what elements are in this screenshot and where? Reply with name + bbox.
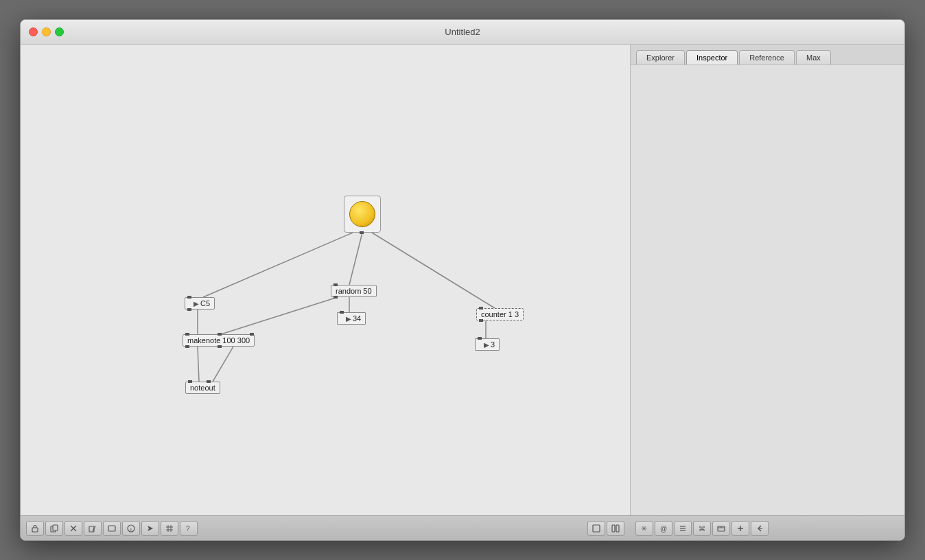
tab-explorer[interactable]: Explorer [636, 50, 685, 65]
lock-button[interactable] [26, 521, 44, 536]
panel-content [631, 65, 904, 515]
connections-svg [21, 45, 630, 515]
counter-outlet [479, 319, 483, 322]
cut-object-button[interactable] [65, 521, 82, 536]
num34-node[interactable]: ▶34 [337, 312, 366, 325]
view-single-button[interactable] [587, 521, 605, 536]
help-button[interactable]: ? [180, 521, 198, 536]
svg-rect-16 [108, 526, 115, 531]
noteout-inlet1 [188, 380, 192, 383]
bang-outlet [360, 231, 364, 234]
asterisk-button[interactable]: ✳ [635, 521, 653, 536]
bottom-toolbar: i ? [21, 515, 904, 540]
tab-max[interactable]: Max [796, 50, 831, 65]
c5-outlet [187, 308, 191, 311]
grid-button[interactable] [161, 521, 178, 536]
noteout-inlet2 [207, 380, 211, 383]
add-button[interactable] [731, 521, 749, 536]
info-button[interactable]: i [122, 521, 140, 536]
svg-text:✳: ✳ [641, 524, 647, 533]
bang-node[interactable] [344, 196, 381, 233]
makenote-inlet1 [185, 333, 189, 336]
tab-reference[interactable]: Reference [739, 50, 795, 65]
bang-circle [349, 201, 375, 227]
tab-inspector[interactable]: Inspector [686, 50, 738, 65]
num3-inlet [478, 337, 482, 340]
makenote-outlet1 [185, 345, 189, 348]
arrow-button[interactable] [141, 521, 159, 536]
list-button[interactable] [674, 521, 692, 536]
main-area: random 50 ▶34 ▶C5 makenote 100 300 [21, 45, 904, 515]
toolbar-right: ✳ @ ⌘ [630, 521, 904, 536]
makenote-outlet2 [218, 345, 222, 348]
random50-outlet [333, 296, 338, 299]
minimize-button[interactable] [42, 27, 51, 36]
svg-line-5 [221, 297, 338, 334]
view-split-button[interactable] [607, 521, 624, 536]
noteout-node[interactable]: noteout [185, 382, 220, 394]
title-bar: Untitled2 [21, 20, 904, 45]
svg-rect-27 [616, 525, 619, 532]
copy-button[interactable] [45, 521, 63, 536]
svg-marker-19 [148, 526, 153, 531]
delete-object-button[interactable] [84, 521, 102, 536]
num3-node[interactable]: ▶3 [475, 338, 500, 351]
pkg-button[interactable] [712, 521, 730, 536]
c5-node[interactable]: ▶C5 [185, 297, 215, 310]
svg-rect-25 [593, 525, 600, 532]
cmd-button[interactable]: ⌘ [693, 521, 711, 536]
back-button[interactable] [751, 521, 769, 536]
svg-line-6 [198, 347, 199, 382]
makenote-inlet2 [218, 333, 222, 336]
c5-inlet [187, 296, 191, 299]
toolbar-left: i ? [21, 521, 630, 536]
traffic-lights [29, 27, 64, 36]
svg-rect-11 [53, 525, 58, 530]
maximize-button[interactable] [55, 27, 64, 36]
svg-text:@: @ [660, 525, 667, 533]
svg-rect-9 [32, 528, 38, 532]
at-button[interactable]: @ [655, 521, 672, 536]
tabs-bar: Explorer Inspector Reference Max [631, 45, 904, 65]
close-button[interactable] [29, 27, 38, 36]
makenote-inlet3 [250, 333, 254, 336]
makenote-node[interactable]: makenote 100 300 [183, 334, 255, 347]
right-panel: Explorer Inspector Reference Max [630, 45, 904, 515]
counter-node[interactable]: counter 1 3 [476, 308, 524, 320]
window-title: Untitled2 [445, 27, 480, 37]
canvas-area[interactable]: random 50 ▶34 ▶C5 makenote 100 300 [21, 45, 630, 515]
svg-text:⌘: ⌘ [699, 525, 705, 533]
svg-text:i: i [130, 526, 132, 532]
svg-line-2 [372, 233, 495, 308]
random50-node[interactable]: random 50 [331, 285, 377, 297]
counter-inlet [479, 307, 483, 310]
app-window: Untitled2 [20, 19, 905, 541]
svg-line-7 [213, 347, 233, 382]
num34-inlet [340, 311, 344, 314]
random50-inlet [333, 283, 338, 286]
svg-line-0 [349, 233, 362, 285]
new-object-button[interactable] [103, 521, 121, 536]
svg-text:?: ? [186, 525, 190, 533]
svg-rect-26 [612, 525, 615, 532]
